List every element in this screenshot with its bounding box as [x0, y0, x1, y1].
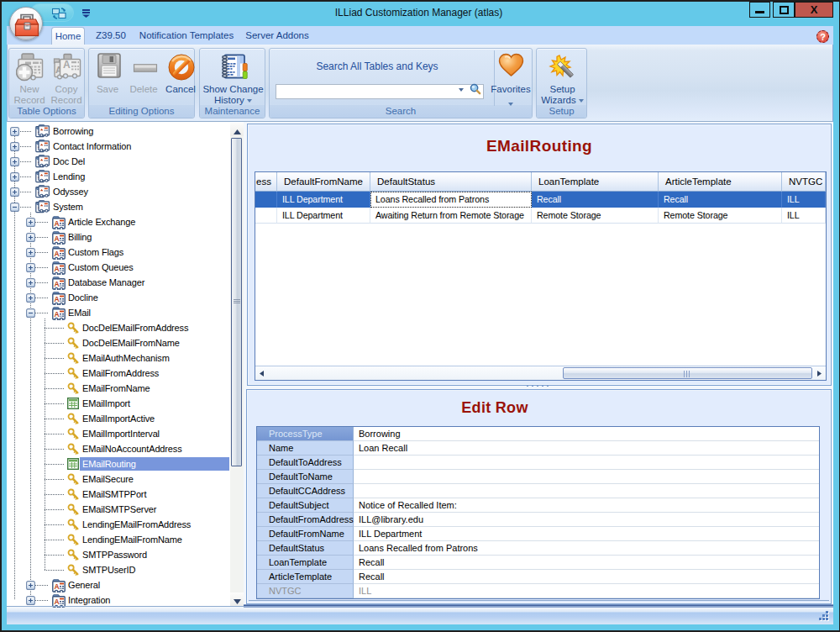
svg-text:A: A: [55, 265, 60, 273]
svg-text:A: A: [55, 295, 60, 303]
svg-text:A: A: [63, 59, 71, 71]
svg-text:A: A: [55, 234, 60, 243]
svg-text:A: A: [55, 280, 60, 288]
svg-text:A: A: [55, 250, 60, 258]
svg-text:A: A: [55, 582, 60, 591]
svg-text:A: A: [55, 598, 60, 606]
svg-text:A: A: [55, 219, 60, 228]
svg-text:A: A: [55, 310, 60, 319]
